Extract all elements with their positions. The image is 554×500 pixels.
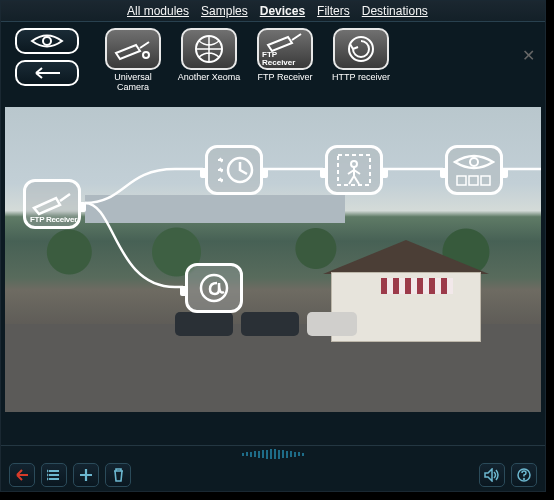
svg-point-11: [201, 275, 227, 301]
module-another-xeoma[interactable]: Another Xeoma: [177, 28, 241, 83]
back-button[interactable]: [15, 60, 79, 86]
svg-point-14: [47, 478, 48, 480]
output-port[interactable]: [260, 168, 268, 178]
tab-filters[interactable]: Filters: [317, 4, 350, 18]
left-arrow-icon: [14, 469, 30, 481]
input-port[interactable]: [320, 168, 328, 178]
svg-point-6: [351, 161, 357, 167]
tab-samples[interactable]: Samples: [201, 4, 248, 18]
trash-icon: [112, 468, 125, 482]
list-icon: [47, 469, 61, 481]
svg-point-7: [470, 158, 478, 166]
ftp-camera-icon: FTP Receiver: [257, 28, 313, 70]
input-port[interactable]: [180, 286, 188, 296]
module-label: Universal Camera: [114, 73, 152, 93]
eye-toggle-button[interactable]: [15, 28, 79, 54]
flow-module-ftp-receiver[interactable]: FTP Receiver: [23, 179, 81, 229]
input-port[interactable]: [200, 168, 208, 178]
tab-all-modules[interactable]: All modules: [127, 4, 189, 18]
tab-devices[interactable]: Devices: [260, 4, 305, 18]
svg-point-12: [47, 470, 48, 472]
close-shelf-button[interactable]: ✕: [522, 46, 535, 65]
camera-canvas[interactable]: FTP Receiver: [5, 107, 541, 412]
module-label: HTTP receiver: [332, 73, 390, 83]
flow-module-scheduler[interactable]: [205, 145, 263, 195]
flow-module-email[interactable]: [185, 263, 243, 313]
camera-icon: [105, 28, 161, 70]
flow-module-preview-archive[interactable]: [445, 145, 503, 195]
output-port[interactable]: [380, 168, 388, 178]
ftp-badge-text: FTP Receiver: [262, 51, 311, 67]
help-button[interactable]: [511, 463, 537, 487]
module-shelf: Universal Camera Another Xeoma FTP Recei…: [1, 22, 545, 101]
top-tab-strip: All modules Samples Devices Filters Dest…: [1, 1, 545, 22]
module-label: Another Xeoma: [178, 73, 241, 83]
bottom-toolbar: [1, 445, 545, 491]
globe-icon: [181, 28, 237, 70]
module-http-receiver[interactable]: HTTP receiver: [329, 28, 393, 83]
shelf-left-controls: [15, 28, 79, 86]
module-universal-camera[interactable]: Universal Camera: [101, 28, 165, 93]
http-arrow-icon: [333, 28, 389, 70]
flow-module-label: FTP Receiver: [30, 215, 77, 224]
svg-rect-10: [481, 176, 490, 185]
svg-point-13: [47, 474, 48, 476]
svg-rect-9: [469, 176, 478, 185]
output-port[interactable]: [500, 168, 508, 178]
svg-point-16: [523, 478, 525, 480]
svg-point-1: [143, 52, 149, 58]
module-ftp-receiver[interactable]: FTP Receiver FTP Receiver: [253, 28, 317, 83]
input-port[interactable]: [440, 168, 448, 178]
add-button[interactable]: [73, 463, 99, 487]
svg-rect-8: [457, 176, 466, 185]
question-icon: [517, 468, 531, 482]
back-nav-button[interactable]: [9, 463, 35, 487]
module-label: FTP Receiver: [258, 73, 313, 83]
list-button[interactable]: [41, 463, 67, 487]
eye-icon: [30, 33, 64, 49]
svg-point-0: [43, 37, 51, 45]
speaker-icon: [484, 468, 500, 482]
volume-button[interactable]: [479, 463, 505, 487]
flow-layer: FTP Receiver: [5, 107, 541, 412]
output-port[interactable]: [78, 202, 86, 212]
plus-icon: [79, 468, 93, 482]
flow-module-motion-detector[interactable]: [325, 145, 383, 195]
delete-button[interactable]: [105, 463, 131, 487]
tab-destinations[interactable]: Destinations: [362, 4, 428, 18]
back-arrow-icon: [30, 66, 64, 80]
timeline-ticks[interactable]: [1, 446, 545, 462]
